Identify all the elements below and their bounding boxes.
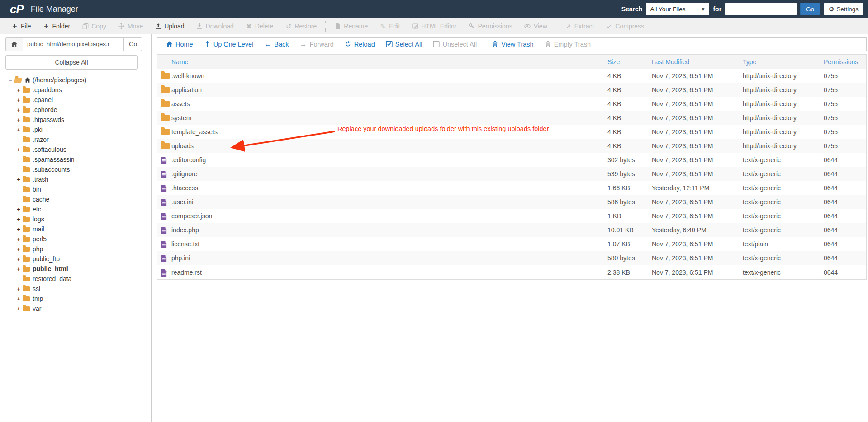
tree-item-.cphorde[interactable]: +.cphorde [15, 105, 149, 115]
tree-item-.trash[interactable]: +.trash [15, 174, 149, 184]
tree-item-.razor[interactable]: .razor [15, 135, 149, 145]
expand-plus-icon[interactable]: + [15, 266, 22, 272]
tree-item-label[interactable]: .spamassassin [33, 156, 75, 163]
tree-item-.cpanel[interactable]: +.cpanel [15, 95, 149, 105]
tree-item-label[interactable]: .trash [33, 176, 48, 183]
column-header-type[interactable]: Type [743, 58, 824, 66]
tree-item-var[interactable]: +var [15, 304, 149, 314]
table-row[interactable]: composer.json1 KBNov 7, 2023, 6:51 PMtex… [157, 209, 866, 223]
file-name[interactable]: php.ini [171, 254, 607, 262]
tree-item-bin[interactable]: bin [15, 184, 149, 194]
table-row[interactable]: index.php10.01 KBYesterday, 6:40 PMtext/… [157, 223, 866, 237]
nav-reload-button[interactable]: Reload [339, 41, 380, 48]
expand-plus-icon[interactable]: + [15, 236, 22, 243]
table-row[interactable]: license.txt1.07 KBNov 7, 2023, 6:51 PMte… [157, 237, 866, 251]
expand-plus-icon[interactable]: + [15, 216, 22, 223]
file-name[interactable]: .editorconfig [171, 156, 607, 164]
expand-plus-icon[interactable]: + [15, 286, 22, 292]
path-go-button[interactable]: Go [124, 37, 142, 51]
collapse-all-button[interactable]: Collapse All [5, 55, 138, 70]
tree-item-label[interactable]: perl5 [33, 235, 47, 243]
table-row[interactable]: application4 KBNov 7, 2023, 6:51 PMhttpd… [157, 83, 866, 97]
expand-plus-icon[interactable]: + [15, 146, 22, 153]
nav-back-button[interactable]: ←Back [259, 41, 294, 48]
nav-view-trash-button[interactable]: View Trash [486, 41, 539, 48]
tree-item-label[interactable]: etc [33, 206, 41, 213]
tree-item-perl5[interactable]: +perl5 [15, 234, 149, 244]
expand-plus-icon[interactable]: + [15, 117, 22, 123]
search-input[interactable] [725, 3, 797, 15]
tree-item-label[interactable]: mail [33, 225, 44, 233]
table-row[interactable]: readme.rst2.38 KBNov 7, 2023, 6:51 PMtex… [157, 265, 866, 279]
tree-item-ssl[interactable]: +ssl [15, 284, 149, 294]
tree-item-mail[interactable]: +mail [15, 224, 149, 234]
expand-plus-icon[interactable]: + [15, 176, 22, 183]
expand-plus-icon[interactable]: + [15, 107, 22, 113]
search-go-button[interactable]: Go [800, 3, 820, 15]
expand-plus-icon[interactable]: + [15, 305, 22, 312]
expand-plus-icon[interactable]: + [15, 97, 22, 103]
tree-item-label[interactable]: public_ftp [33, 255, 60, 263]
tree-item-.softaculous[interactable]: +.softaculous [15, 145, 149, 155]
nav-up-one-level-button[interactable]: Up One Level [199, 41, 259, 48]
column-header-size[interactable]: Size [607, 58, 652, 66]
table-row[interactable]: assets4 KBNov 7, 2023, 6:51 PMhttpd/unix… [157, 97, 866, 111]
path-input[interactable] [23, 37, 124, 51]
tree-item-label[interactable]: tmp [33, 295, 43, 302]
tree-item-label[interactable]: .razor [33, 136, 49, 143]
table-row[interactable]: .gitignore539 bytesNov 7, 2023, 6:51 PMt… [157, 167, 866, 181]
file-name[interactable]: .gitignore [171, 170, 607, 178]
expand-plus-icon[interactable]: + [15, 226, 22, 233]
tree-item-label[interactable]: .cphorde [33, 106, 57, 113]
tree-item-php[interactable]: +php [15, 244, 149, 254]
tree-item-homepixelpages[interactable]: −(/home/pixelpages) [7, 75, 149, 85]
search-scope-select[interactable]: All Your Files ▼ [646, 3, 709, 15]
file-name[interactable]: composer.json [171, 212, 607, 220]
tree-item-logs[interactable]: +logs [15, 214, 149, 224]
tree-item-label[interactable]: var [33, 305, 41, 312]
tree-item-etc[interactable]: +etc [15, 204, 149, 214]
table-row[interactable]: system4 KBNov 7, 2023, 6:51 PMhttpd/unix… [157, 111, 866, 125]
table-row[interactable]: .htaccess1.66 KBYesterday, 12:11 PMtext/… [157, 181, 866, 195]
collapse-minus-icon[interactable]: − [7, 77, 14, 84]
tree-item-label[interactable]: .htpasswds [33, 116, 64, 123]
tree-item-public_ftp[interactable]: +public_ftp [15, 254, 149, 264]
tree-item-.cpaddons[interactable]: +.cpaddons [15, 85, 149, 95]
tree-item-label[interactable]: ssl [33, 285, 40, 292]
expand-plus-icon[interactable]: + [15, 295, 22, 302]
table-row[interactable]: .user.ini586 bytesNov 7, 2023, 6:51 PMte… [157, 195, 866, 209]
table-row[interactable]: .well-known4 KBNov 7, 2023, 6:51 PMhttpd… [157, 69, 866, 83]
file-name[interactable]: license.txt [171, 240, 607, 248]
column-header-last-modified[interactable]: Last Modified [652, 58, 743, 66]
tree-item-public_html[interactable]: +public_html [15, 264, 149, 274]
file-name[interactable]: system [171, 114, 607, 122]
tree-item-label[interactable]: logs [33, 216, 44, 223]
file-name[interactable]: .htaccess [171, 184, 607, 192]
tree-item-label[interactable]: php [33, 245, 43, 253]
tree-item-label[interactable]: .softaculous [33, 146, 66, 153]
tree-item-label[interactable]: .subaccounts [33, 166, 70, 173]
tree-item-label[interactable]: .pki [33, 126, 43, 133]
file-name[interactable]: assets [171, 100, 607, 108]
expand-plus-icon[interactable]: + [15, 127, 22, 133]
column-header-name[interactable]: Name [171, 58, 607, 66]
expand-plus-icon[interactable]: + [15, 246, 22, 253]
tree-item-label[interactable]: .cpanel [33, 96, 53, 103]
toolbar-upload-button[interactable]: Upload [149, 18, 190, 34]
tree-item-tmp[interactable]: +tmp [15, 294, 149, 304]
tree-item-label[interactable]: restored_data [33, 275, 71, 282]
settings-button[interactable]: ⚙Settings [824, 3, 863, 15]
column-header-permissions[interactable]: Permissions [824, 58, 866, 66]
toolbar-folder-button[interactable]: +Folder [37, 18, 76, 34]
expand-plus-icon[interactable]: + [15, 87, 22, 94]
tree-item-label[interactable]: .cpaddons [33, 86, 62, 94]
table-row[interactable]: php.ini580 bytesNov 7, 2023, 6:51 PMtext… [157, 251, 866, 265]
tree-item-label[interactable]: (/home/pixelpages) [33, 76, 86, 84]
file-name[interactable]: readme.rst [171, 269, 607, 276]
tree-item-label[interactable]: cache [33, 196, 49, 203]
expand-plus-icon[interactable]: + [15, 206, 22, 213]
table-row[interactable]: .editorconfig302 bytesNov 7, 2023, 6:51 … [157, 153, 866, 167]
tree-item-.pki[interactable]: +.pki [15, 125, 149, 135]
tree-item-label[interactable]: public_html [33, 265, 68, 272]
file-name[interactable]: .well-known [171, 72, 607, 80]
